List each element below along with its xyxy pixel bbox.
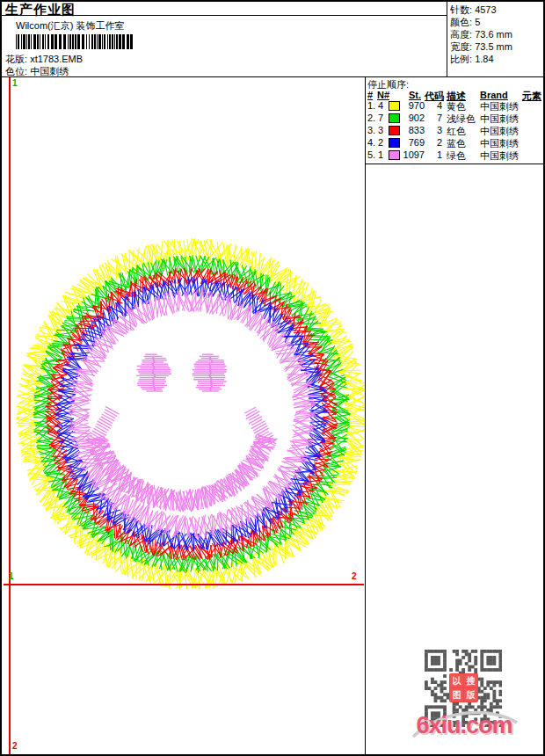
stat-height: 高度: 73.6 mm	[450, 28, 512, 40]
row-stitches: 833	[400, 125, 425, 135]
table-row: 2.79027浅绿色中国刺绣	[365, 113, 545, 125]
row-needle: 1	[378, 149, 383, 160]
page-title: 生产作业图	[5, 2, 76, 18]
thread-color-swatch	[389, 101, 400, 111]
table-row: 1.49704黄色中国刺绣	[365, 100, 545, 113]
row-description: 绿色	[447, 149, 466, 163]
row-index: 4.	[367, 137, 375, 148]
stop-sequence-table: 停止顺序: # N# St. 代码 描述 Brand 元素 1.49704黄色中…	[365, 77, 545, 164]
studio-name: Wilcom(汇京) 装饰工作室	[16, 20, 124, 32]
right-column-divider	[365, 76, 366, 756]
row-index: 2.	[367, 113, 375, 123]
row-brand: 中国刺绣	[480, 149, 519, 163]
row-description: 浅绿色	[447, 113, 476, 126]
barcode	[16, 34, 134, 49]
row-code: 3	[433, 125, 442, 135]
row-needle: 4	[378, 100, 383, 111]
stamp-char: 版	[464, 688, 477, 701]
marker-start-cross: 1	[9, 571, 14, 581]
row-stitches: 902	[400, 113, 425, 123]
row-brand: 中国刺绣	[480, 125, 519, 138]
pattern-file-line: 花版: xt1783.EMB	[5, 54, 83, 65]
stat-width: 宽度: 73.5 mm	[450, 40, 512, 53]
row-index: 3.	[367, 125, 375, 135]
colorway-value: 中国刺绣	[30, 66, 69, 76]
row-stitches: 1097	[400, 149, 425, 160]
site-logo: 6xiu.com	[410, 712, 519, 739]
stat-colors: 颜色: 5	[450, 16, 512, 28]
row-code: 1	[433, 149, 442, 160]
marker-start-top: 1	[12, 78, 18, 88]
red-seal-stamp: 以 搜 图 版	[449, 673, 478, 702]
thread-color-swatch	[389, 113, 400, 123]
row-needle: 2	[378, 137, 383, 148]
table-row: 4.27692蓝色中国刺绣	[365, 137, 545, 149]
col-header-stitches: St.	[409, 90, 421, 100]
production-worksheet-page: 生产作业图 Wilcom(汇京) 装饰工作室 花版: xt1783.EMB 色位…	[0, 0, 545, 756]
thread-color-swatch	[389, 138, 400, 148]
row-index: 5.	[367, 149, 375, 160]
row-code: 7	[433, 113, 442, 123]
marker-end-cross: 2	[352, 571, 357, 581]
row-code: 2	[433, 137, 442, 148]
stats-divider	[447, 2, 447, 77]
marker-end-bottom: 2	[12, 741, 18, 751]
row-brand: 中国刺绣	[480, 137, 519, 150]
stamp-char: 以	[450, 674, 463, 687]
pattern-label: 花版:	[5, 54, 27, 64]
thread-color-swatch	[389, 126, 400, 135]
title-underline	[2, 15, 447, 16]
row-index: 1.	[367, 100, 375, 111]
row-description: 红色	[447, 125, 466, 138]
colorway-label: 色位:	[5, 66, 27, 76]
pattern-value: xt1783.EMB	[30, 54, 83, 64]
guide-line-vertical	[9, 77, 11, 754]
row-code: 4	[433, 100, 442, 111]
table-row: 5.110971绿色中国刺绣	[365, 149, 545, 162]
row-stitches: 970	[400, 100, 425, 111]
table-row: 3.38333红色中国刺绣	[365, 125, 545, 137]
row-brand: 中国刺绣	[480, 113, 519, 126]
design-stats: 针数: 4573 颜色: 5 高度: 73.6 mm 宽度: 73.5 mm 比…	[450, 4, 512, 65]
row-description: 黄色	[447, 100, 466, 113]
col-header-index: #	[367, 90, 373, 100]
thread-color-swatch	[389, 150, 400, 160]
row-description: 蓝色	[447, 137, 466, 150]
stat-scale: 比例: 1.84	[450, 53, 512, 65]
row-needle: 3	[378, 125, 383, 135]
row-brand: 中国刺绣	[480, 100, 519, 113]
embroidery-design-canvas	[2, 77, 365, 756]
stat-stitches: 针数: 4573	[450, 4, 512, 16]
col-header-needle: N#	[377, 90, 389, 100]
row-stitches: 769	[400, 137, 425, 148]
guide-line-horizontal	[4, 584, 364, 585]
stamp-char: 图	[450, 688, 463, 701]
col-header-brand: Brand	[480, 90, 508, 100]
stamp-char: 搜	[464, 674, 477, 687]
row-needle: 7	[378, 113, 383, 123]
table-bottom-divider	[365, 164, 545, 164]
